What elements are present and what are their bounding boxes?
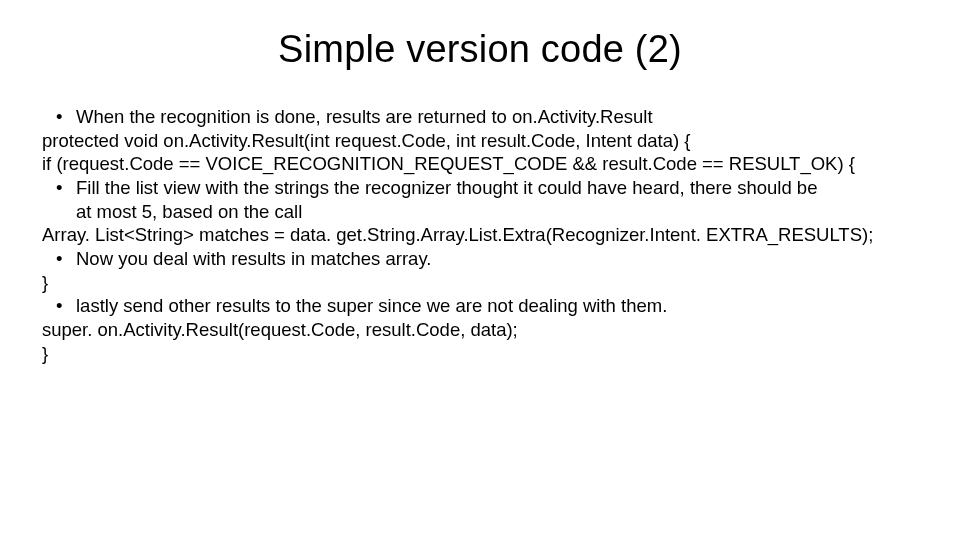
body-line: super. on.Activity.Result(request.Code, … [40,318,920,342]
body-line: at most 5, based on the call [40,200,920,224]
body-line: } [40,342,920,366]
body-line: Now you deal with results in matches arr… [40,247,920,271]
body-line: Fill the list view with the strings the … [40,176,920,200]
body-line: lastly send other results to the super s… [40,294,920,318]
body-line: protected void on.Activity.Result(int re… [40,129,920,153]
body-line: When the recognition is done, results ar… [40,105,920,129]
slide-body: When the recognition is done, results ar… [40,105,920,365]
body-line: } [40,271,920,295]
body-line: Array. List<String> matches = data. get.… [40,223,920,247]
slide: Simple version code (2) When the recogni… [0,0,960,540]
slide-title: Simple version code (2) [40,28,920,71]
body-line: if (request.Code == VOICE_RECOGNITION_RE… [40,152,920,176]
